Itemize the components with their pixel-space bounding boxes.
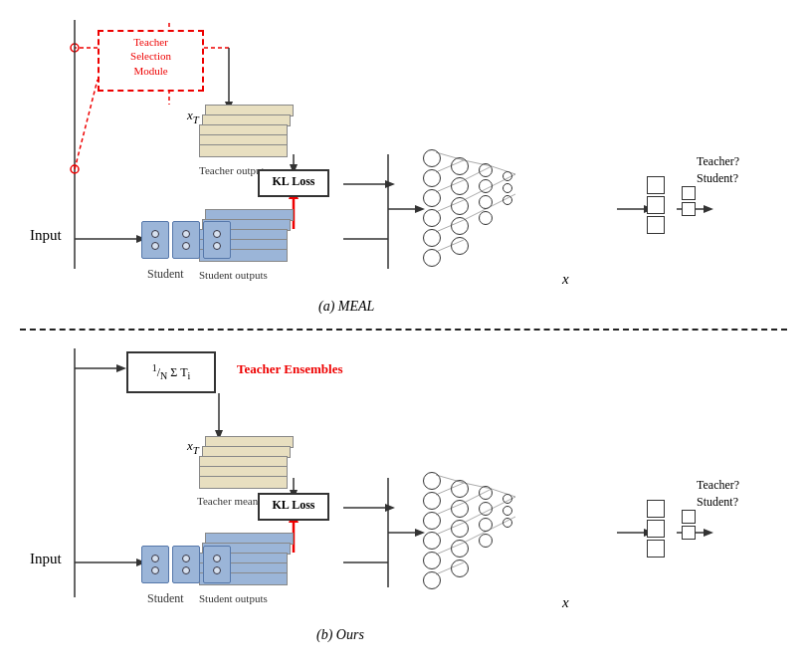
svg-line-57 [464, 160, 492, 166]
svg-line-63 [492, 194, 515, 206]
teacher-layer-stack-bottom [199, 436, 294, 491]
student-label-bottom: Student [147, 591, 184, 606]
svg-line-59 [464, 186, 492, 200]
output-squares2-bottom [682, 508, 696, 542]
student-label-top: Student [147, 267, 184, 282]
svg-marker-28 [116, 364, 126, 372]
svg-marker-17 [385, 180, 395, 188]
nn-lines-top [418, 142, 517, 282]
svg-line-64 [436, 475, 464, 483]
input-label-top: Input [30, 227, 62, 244]
x-label-bottom: x [562, 594, 569, 611]
svg-marker-25 [704, 205, 713, 213]
svg-line-54 [436, 200, 464, 212]
svg-line-52 [436, 160, 464, 172]
svg-line-71 [464, 489, 492, 503]
arrows-svg [0, 0, 807, 672]
output-squares2-top [682, 184, 696, 218]
svg-line-60 [464, 206, 492, 220]
svg-marker-40 [385, 504, 395, 512]
student-blocks-bottom [141, 546, 231, 583]
svg-line-67 [436, 523, 464, 535]
output-squares-top [647, 174, 665, 236]
student-unit-3 [203, 221, 231, 259]
diagram-container: Input Teacher Selection Module xT Teache… [0, 0, 807, 672]
svg-line-65 [436, 483, 464, 495]
caption-top: (a) MEAL [318, 299, 374, 315]
xt-label-top: xT [187, 108, 199, 125]
section-divider [20, 329, 787, 331]
output-squares-bottom [647, 498, 665, 560]
student-unit-b1 [141, 546, 169, 583]
svg-line-51 [436, 152, 464, 160]
formula-label: 1/N Σ Ti [152, 362, 191, 381]
xt-label-bottom: xT [187, 438, 199, 456]
student-unit-b3 [203, 546, 231, 583]
student-question-top: Student? [697, 171, 738, 186]
teacher-layer-stack-top [199, 105, 294, 159]
teacher-question-top: Teacher? [697, 154, 739, 169]
svg-line-62 [492, 174, 515, 186]
svg-line-76 [492, 517, 515, 529]
svg-point-2 [71, 44, 79, 52]
svg-point-49 [71, 165, 79, 173]
kl-loss-box-bottom: KL Loss [258, 493, 329, 521]
student-outputs-label-top: Student outputs [199, 269, 268, 281]
svg-line-70 [464, 483, 492, 489]
teacher-ensembles-label: Teacher Ensembles [229, 358, 351, 380]
svg-marker-48 [704, 529, 713, 537]
svg-line-72 [464, 509, 492, 523]
student-outputs-label-bottom: Student outputs [199, 592, 268, 604]
svg-line-68 [436, 543, 464, 555]
svg-line-58 [464, 166, 492, 180]
svg-line-69 [436, 562, 464, 574]
nn-lines-bottom [418, 465, 517, 604]
svg-line-53 [436, 180, 464, 192]
student-unit-b2 [172, 546, 200, 583]
student-unit-2 [172, 221, 200, 259]
svg-line-73 [464, 529, 492, 543]
svg-line-66 [436, 503, 464, 515]
svg-line-55 [436, 220, 464, 232]
kl-loss-box-top: KL Loss [258, 169, 329, 197]
student-unit-1 [141, 221, 169, 259]
svg-line-56 [436, 240, 464, 252]
svg-line-74 [492, 489, 515, 497]
input-label-bottom: Input [30, 551, 62, 567]
x-label-top: x [562, 271, 569, 288]
student-blocks-top [141, 221, 231, 259]
svg-line-61 [492, 166, 515, 174]
formula-box: 1/N Σ Ti [126, 351, 216, 393]
teacher-output-label-top: Teacher output [199, 164, 265, 176]
student-question-bottom: Student? [697, 495, 738, 510]
svg-line-50 [75, 80, 98, 169]
teacher-question-bottom: Teacher? [697, 478, 739, 493]
teacher-selection-module-box: Teacher Selection Module [98, 30, 204, 92]
tsm-label: Teacher Selection Module [130, 36, 171, 77]
svg-line-75 [492, 497, 515, 509]
caption-bottom: (b) Ours [316, 627, 364, 643]
